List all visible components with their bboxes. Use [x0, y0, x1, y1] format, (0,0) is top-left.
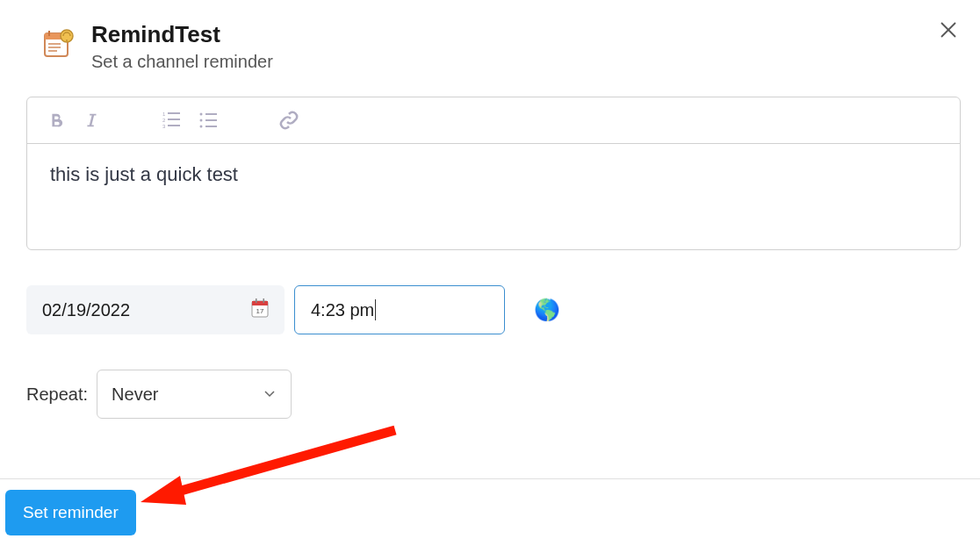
svg-rect-21 — [205, 119, 217, 121]
modal-footer: Set reminder — [0, 478, 980, 546]
svg-point-17 — [200, 113, 203, 116]
time-input[interactable]: 4:23 pm — [294, 285, 505, 334]
date-picker[interactable]: 02/19/2022 17 — [26, 285, 285, 334]
globe-icon[interactable]: 🌎 — [534, 298, 560, 322]
chevron-down-icon — [263, 384, 277, 405]
editor-toolbar: 1 2 3 — [27, 97, 960, 144]
svg-point-19 — [200, 126, 203, 128]
svg-rect-26 — [263, 298, 265, 303]
svg-rect-15 — [168, 119, 180, 120]
modal-header: RemindTest Set a channel reminder — [26, 21, 954, 72]
editor-textarea[interactable]: this is just a quick test — [27, 144, 960, 249]
svg-rect-2 — [48, 31, 50, 36]
svg-rect-24 — [252, 301, 268, 305]
svg-rect-25 — [256, 298, 257, 303]
bold-button[interactable] — [47, 111, 66, 130]
svg-text:1: 1 — [162, 111, 166, 117]
close-button[interactable] — [938, 19, 959, 40]
svg-rect-16 — [168, 125, 180, 126]
calendar-icon: 17 — [251, 298, 269, 322]
italic-button[interactable] — [82, 111, 101, 130]
svg-text:3: 3 — [162, 124, 166, 129]
svg-rect-20 — [205, 113, 217, 115]
text-cursor — [375, 299, 376, 320]
link-button[interactable] — [278, 110, 299, 131]
date-value: 02/19/2022 — [42, 300, 130, 320]
svg-rect-14 — [168, 112, 180, 114]
ordered-list-button[interactable]: 1 2 3 — [161, 110, 182, 131]
set-reminder-button[interactable]: Set reminder — [5, 490, 136, 535]
svg-rect-22 — [205, 126, 217, 127]
message-editor: 1 2 3 — [26, 97, 961, 250]
time-value: 4:23 pm — [311, 300, 374, 320]
repeat-label: Repeat: — [26, 384, 88, 405]
modal-subtitle: Set a channel reminder — [91, 52, 920, 72]
repeat-value: Never — [112, 384, 158, 405]
unordered-list-button[interactable] — [198, 110, 219, 131]
svg-point-18 — [200, 119, 203, 122]
svg-text:17: 17 — [256, 307, 264, 315]
repeat-dropdown[interactable]: Never — [97, 370, 292, 419]
app-icon — [42, 28, 74, 60]
modal-title: RemindTest — [91, 21, 920, 48]
svg-text:2: 2 — [162, 118, 166, 123]
